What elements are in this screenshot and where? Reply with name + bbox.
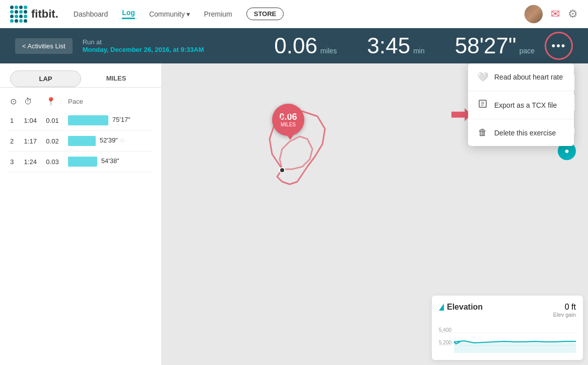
table-row: 2 1:17 0.02 52'39" ☆ [8,131,153,152]
activity-header: < Activities List Run at Monday, Decembe… [0,28,588,63]
lap-pace-cell: 75'17" [66,110,153,131]
lap-number: 1 [8,110,22,131]
dropdown-delete-exercise[interactable]: 🗑 Delete this exercise [468,119,574,146]
pace-unit: pace [519,47,535,55]
lap-number: 3 [8,152,22,172]
logo-text: fitbit. [31,8,58,21]
logo-dot [10,19,14,23]
navbar: fitbit. Dashboard Log Community ▾ Premiu… [0,0,588,28]
activities-list-button[interactable]: < Activities List [15,38,73,54]
lap-time: 1:24 [22,152,44,172]
run-info: Run at Monday, December 26, 2016, at 9:3… [83,38,275,53]
lap-dist: 0.02 [44,131,66,152]
col-pace-header: Pace [66,93,153,110]
tab-lap[interactable]: LAP [10,70,81,87]
logo-dot [15,6,18,9]
elevation-header: Elevation 0 ft Elev gain [439,303,576,318]
distance-unit: miles [320,47,337,55]
nav-dashboard[interactable]: Dashboard [74,10,108,18]
stats-group: 0.06 miles 3:45 min 58'27" pace [274,35,535,57]
elevation-card: Elevation 0 ft Elev gain 5,400 5,200 [432,296,583,360]
lap-time: 1:04 [22,110,44,131]
lap-time: 1:17 [22,131,44,152]
tab-toggle: LAP MILES [0,63,161,88]
stat-pace: 58'27" pace [455,35,535,57]
nav-premium[interactable]: Premium [204,10,232,18]
elevation-unit: ft [571,303,576,311]
nav-log[interactable]: Log [122,9,135,19]
logo-dot [15,15,18,18]
star-icon[interactable]: ☆ [119,136,125,144]
svg-point-0 [280,168,285,173]
logo-dot [19,10,23,14]
elevation-sublabel: Elev gain [553,312,576,318]
export-icon [477,99,488,111]
lap-dist: 0.01 [44,110,66,131]
logo-dot [19,15,23,18]
avatar[interactable] [525,5,543,23]
heart-icon: 🤍 [477,71,488,83]
pace-bar [68,157,97,167]
lap-number: 2 [8,131,22,152]
lap-table-container: ⊙ ⏱ 📍 Pace 1 1:04 0.01 75'17" 2 1:17 0.0… [0,88,161,177]
lap-pace-value: 52'39" [100,136,118,144]
nav-links: Dashboard Log Community ▾ Premium STORE [74,8,525,20]
logo-dot [10,10,14,14]
logo-dot [24,19,27,23]
elevation-title: Elevation [439,303,483,312]
lap-pace-value: 75'17" [112,116,130,123]
elevation-stat: 0 ft Elev gain [553,303,576,318]
nav-community[interactable]: Community ▾ [149,10,190,18]
stat-distance: 0.06 miles [274,35,337,57]
distance-value: 0.06 [274,35,317,57]
more-options-button[interactable]: ••• [545,32,573,60]
chevron-down-icon: ▾ [186,10,190,18]
message-icon[interactable]: ✉ [551,8,560,21]
trash-icon: 🗑 [477,127,488,138]
route-map [242,89,353,204]
logo-dot [15,19,18,23]
run-title: Run at [83,38,275,46]
pace-bar [68,136,96,146]
lap-table: ⊙ ⏱ 📍 Pace 1 1:04 0.01 75'17" 2 1:17 0.0… [8,93,153,172]
col-location-icon: 📍 [44,93,66,110]
dropdown-menu: 🤍 Read about heart rate Export as a TCX … [468,63,574,146]
dropdown-export-tcx[interactable]: Export as a TCX file [468,91,574,119]
logo-dot [24,10,27,14]
nav-store-button[interactable]: STORE [246,8,284,20]
pace-bar [68,115,108,125]
col-time-icon: ⏱ [22,93,44,110]
lap-pace-value: 54'38" [101,157,119,165]
pace-value: 58'27" [455,35,516,57]
time-value: 3:45 [367,35,411,57]
run-date: Monday, December 26, 2016, at 9:33AM [83,46,275,53]
logo-dot [19,6,23,9]
logo-dot [24,15,27,18]
table-row: 3 1:24 0.03 54'38" [8,152,153,172]
left-panel: LAP MILES ⊙ ⏱ 📍 Pace 1 1:04 0.01 [0,63,161,365]
elevation-value-display: 0 ft [553,303,576,312]
time-unit: min [413,47,425,55]
logo-dot [15,10,18,14]
col-lap-icon: ⊙ [8,93,22,110]
logo-dots [10,6,27,23]
logo: fitbit. [10,6,58,23]
table-header-row: ⊙ ⏱ 📍 Pace [8,93,153,110]
svg-text:5,200: 5,200 [439,340,451,345]
nav-right: ✉ ⚙ [525,5,578,23]
svg-text:5,400: 5,400 [439,327,451,333]
lap-pace-cell: 54'38" [66,152,153,172]
lap-pace-cell: 52'39" ☆ [66,131,153,152]
lap-dist: 0.03 [44,152,66,172]
tab-miles[interactable]: MILES [81,70,151,87]
elevation-triangle-icon [439,304,444,311]
ellipsis-icon: ••• [551,39,566,52]
stat-time: 3:45 min [367,35,425,57]
gear-icon[interactable]: ⚙ [568,8,578,21]
logo-dot [24,6,27,9]
logo-dot [10,15,14,18]
dropdown-heart-rate[interactable]: 🤍 Read about heart rate [468,63,574,91]
logo-dot [10,6,14,9]
table-row: 1 1:04 0.01 75'17" [8,110,153,131]
elevation-chart: 5,400 5,200 [439,323,576,353]
